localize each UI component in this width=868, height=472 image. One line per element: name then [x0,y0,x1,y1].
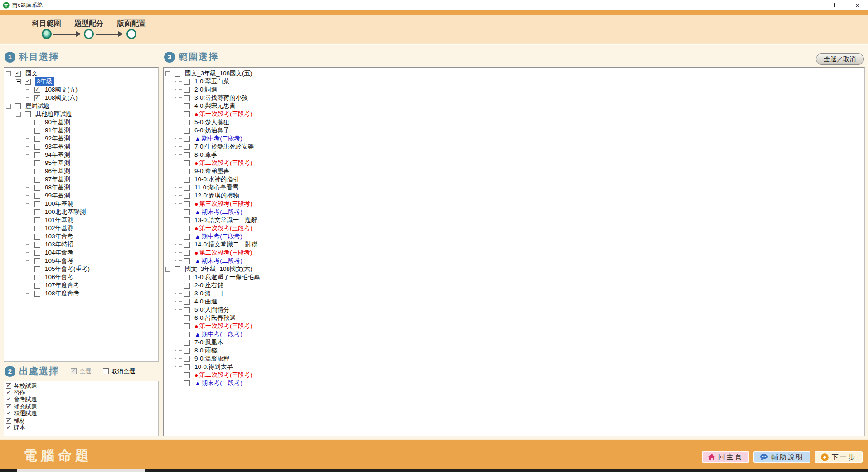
tree-node[interactable]: 6-0:奶油鼻子 [164,126,864,135]
checkbox[interactable] [34,177,40,183]
tree-node[interactable]: 6-0:呂氏春秋選 [164,314,864,322]
checkbox[interactable] [184,144,190,150]
tree-node-label[interactable]: 94年基測 [45,151,70,159]
checkbox[interactable] [15,71,21,77]
home-button[interactable]: 回主頁 [702,451,749,463]
tree-node-label[interactable]: 105年會考 [45,257,73,265]
tree-node[interactable]: 90年基測 [4,118,158,126]
checkbox[interactable] [184,323,190,329]
tree-node[interactable]: 92年基測 [4,135,158,143]
tree-node-label[interactable]: 9-0:寄弟墨書 [194,167,229,175]
checkbox[interactable] [184,103,190,109]
tree-node[interactable]: 101年基測 [4,216,158,224]
checkbox[interactable] [34,266,40,272]
checkbox[interactable] [34,291,40,297]
checkbox[interactable] [184,136,190,142]
checkbox[interactable] [34,275,40,280]
checkbox[interactable] [6,404,11,409]
tree-node[interactable]: ●第三次段考(三段考) [164,200,864,208]
tree-node-label[interactable]: 92年基測 [45,135,70,143]
tree-node-label[interactable]: 108國文(五) [45,86,78,94]
checkbox[interactable] [34,242,40,248]
checkbox[interactable] [184,87,190,93]
checkbox[interactable] [184,201,190,207]
tree-node[interactable]: 97年基測 [4,175,158,183]
tree-node[interactable]: ▲期末考(二段考) [164,208,864,216]
tree-node-label[interactable]: 5-0:人間情分 [194,306,229,314]
tree-node[interactable]: 5-0:楚人養狙 [164,118,864,126]
tree-node[interactable]: 3-0:尋找薄荷的小孩 [164,94,864,102]
next-step-button[interactable]: 下一步 [815,451,863,463]
help-button[interactable]: 輔助說明 [753,451,810,463]
tree-node[interactable]: 5-0:人間情分 [164,306,864,314]
tree-node-label[interactable]: 第一次段考(三段考) [199,110,252,118]
checkbox[interactable] [34,128,40,134]
tree-node[interactable]: 102年基測 [4,224,158,232]
checkbox[interactable] [184,217,190,223]
tree-node-label[interactable]: 91年基測 [45,126,70,135]
checkbox[interactable] [34,136,40,142]
tree-node-label[interactable]: 97年基測 [45,175,70,183]
checkbox[interactable] [184,380,190,386]
tree-node-label[interactable]: 國文_3年級_108國文(六) [185,265,252,273]
tree-node[interactable]: 國文_3年級_108國文(五) [164,69,864,77]
tree-node-label[interactable]: 期末考(二段考) [202,208,242,216]
minimize-button[interactable] [805,0,826,10]
tree-node-label[interactable]: 12-0:麥琪的禮物 [194,192,239,200]
tree-node[interactable]: 9-0:溫馨旅程 [164,355,864,363]
tree-node-label[interactable]: 93年基測 [45,143,70,151]
tree-node[interactable]: 108國文(六) [4,94,158,102]
source-list-item[interactable]: 精選試題 [5,410,158,417]
source-list-item[interactable]: 輔材 [5,417,158,424]
tree-node[interactable]: 歷屆試題 [4,102,158,110]
tree-node-label[interactable]: 國文 [25,69,38,77]
step-circle-2[interactable] [84,29,94,39]
restore-button[interactable] [826,0,847,10]
checkbox[interactable] [184,152,190,158]
checkbox[interactable] [34,234,40,240]
tree-node-label[interactable]: 第二次段考(三段考) [199,371,252,379]
tree-node-label[interactable]: 1-0:翠玉白菜 [194,77,229,86]
tree-node-label[interactable]: 1-0:我邂逅了一條毛毛蟲 [194,273,260,281]
checkbox[interactable] [15,103,21,109]
tree-node-label[interactable]: 期末考(二段考) [202,257,242,265]
checkbox[interactable] [184,283,190,289]
tree-node[interactable]: 8-0:傘季 [164,151,864,159]
tree-node[interactable]: ▲期末考(二段考) [164,379,864,387]
checkbox[interactable] [34,258,40,264]
tree-node[interactable]: 10-0:水神的指引 [164,175,864,183]
tree-node-label[interactable]: 第二次段考(三段考) [199,159,252,167]
select-all-checkbox[interactable]: 全選 [71,367,91,376]
checkbox[interactable] [34,209,40,215]
tree-collapse-icon[interactable] [16,112,21,117]
checkbox[interactable] [6,411,11,416]
tree-node[interactable]: ●第二次段考(三段考) [164,159,864,167]
checkbox[interactable] [34,217,40,223]
tree-node[interactable]: 14-0:語文常識二 對聯 [164,241,864,249]
checkbox[interactable] [184,209,190,215]
tree-node-label[interactable]: 13-0:語文常識一 題辭 [194,216,257,224]
tree-node-label[interactable]: 11-0:湖心亭看雪 [194,183,238,192]
tree-node[interactable]: 99年基測 [4,192,158,200]
tree-node-label[interactable]: 4-0:曲選 [194,298,217,306]
checkbox[interactable] [184,79,190,85]
checkbox[interactable] [184,356,190,362]
checkbox[interactable] [184,258,190,264]
checkbox[interactable] [184,372,190,378]
tree-node-label[interactable]: 10-0:得到太早 [194,363,233,371]
checkbox[interactable] [6,425,11,430]
checkbox[interactable] [175,266,180,272]
checkbox[interactable] [6,390,11,395]
tree-node-label[interactable]: 第一次段考(三段考) [199,322,252,330]
tree-node[interactable]: 12-0:麥琪的禮物 [164,192,864,200]
tree-node[interactable]: ▲期末考(二段考) [164,257,864,265]
source-list-item[interactable]: 補充試題 [5,403,158,410]
checkbox[interactable] [184,348,190,354]
checkbox[interactable] [6,397,11,402]
tree-node-label[interactable]: 8-0:傘季 [194,151,217,159]
tree-node-label[interactable]: 8-0:雨錢 [194,347,217,355]
tree-node[interactable]: ●第一次段考(三段考) [164,322,864,330]
tree-node[interactable]: 7-0:生於憂患死於安樂 [164,143,864,151]
tree-node[interactable]: ●第二次段考(三段考) [164,249,864,257]
checkbox[interactable] [184,332,190,337]
